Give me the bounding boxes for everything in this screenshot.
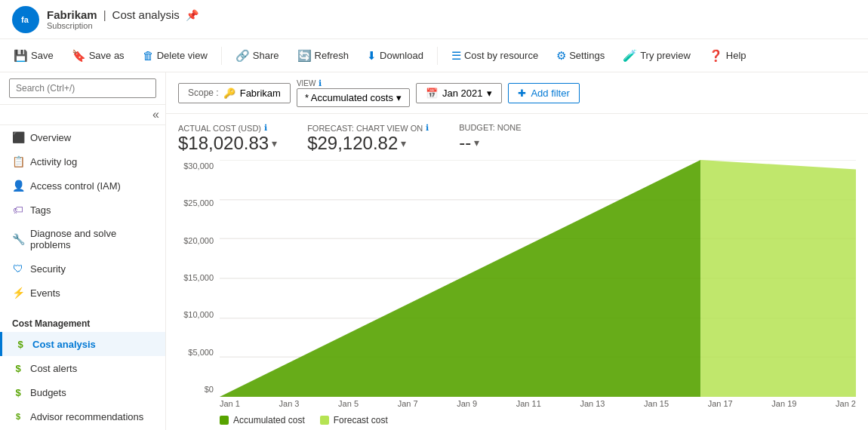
share-icon: 🔗: [235, 49, 250, 63]
download-icon: ⬇: [367, 49, 377, 63]
sidebar-item-label: Cost alerts: [30, 363, 77, 374]
add-filter-icon: ✚: [518, 88, 526, 99]
save-icon: 💾: [14, 49, 28, 63]
header-company: Fabrikam: [47, 8, 97, 21]
chart-svg-container: [220, 160, 856, 397]
sidebar-item-access-control[interactable]: 👤 Access control (IAM): [0, 174, 165, 198]
y-axis-labels: $30,000 $25,000 $20,000 $15,000 $10,000 …: [178, 160, 220, 397]
chart-svg: [220, 160, 856, 397]
actual-cost-caret: ▾: [272, 137, 277, 149]
add-filter-button[interactable]: ✚ Add filter: [508, 83, 579, 103]
events-icon: ⚡: [12, 287, 24, 299]
header-separator: |: [103, 8, 106, 21]
forecast-caret: ▾: [401, 137, 406, 149]
cost-by-resource-button[interactable]: ☰ Cost by resource: [444, 45, 546, 66]
budgets-icon: $: [12, 386, 24, 398]
help-icon: ❓: [709, 49, 723, 63]
chart-legend: Accumulated cost Forecast cost: [220, 410, 856, 430]
search-input[interactable]: [9, 78, 156, 98]
sidebar-item-overview[interactable]: ⬛ Overview: [0, 125, 165, 149]
actual-cost-item: ACTUAL COST (USD) ℹ $18,020.83 ▾: [178, 123, 277, 154]
scope-label: Scope :: [188, 88, 219, 98]
sidebar-item-tags[interactable]: 🏷 Tags: [0, 198, 165, 222]
list-icon: ☰: [451, 49, 461, 63]
scope-value: Fabrikam: [240, 88, 281, 99]
preview-icon: 🧪: [623, 49, 637, 63]
collapse-icon[interactable]: «: [152, 108, 159, 121]
add-filter-label: Add filter: [531, 88, 569, 99]
sidebar-search-container: [0, 72, 165, 105]
header: fa Fabrikam | Cost analysis 📌 Subscripti…: [0, 0, 868, 39]
diagnose-icon: 🔧: [12, 233, 24, 245]
view-label-text: VIEW: [297, 79, 316, 88]
share-button[interactable]: 🔗 Share: [228, 45, 287, 66]
sidebar-item-events[interactable]: ⚡ Events: [0, 281, 165, 305]
header-subtitle: Subscription: [47, 21, 199, 30]
forecast-cost-item: FORECAST: CHART VIEW ON ℹ $29,120.82 ▾: [307, 123, 429, 154]
save-button[interactable]: 💾 Save: [6, 45, 61, 66]
calendar-icon: 📅: [426, 88, 438, 99]
sidebar-item-label: Cost analysis: [32, 339, 96, 350]
actual-cost-label: ACTUAL COST (USD): [178, 124, 261, 133]
activity-log-icon: 📋: [12, 155, 24, 167]
legend-accumulated-label: Accumulated cost: [233, 415, 305, 425]
x-axis-labels: Jan 1 Jan 3 Jan 5 Jan 7 Jan 9 Jan 11 Jan…: [220, 397, 856, 410]
refresh-button[interactable]: 🔄 Refresh: [290, 45, 357, 66]
sidebar-item-cost-analysis[interactable]: $ Cost analysis: [0, 332, 165, 356]
settings-button[interactable]: ⚙ Settings: [549, 45, 612, 66]
svg-marker-10: [700, 160, 856, 397]
content-toolbar: Scope : 🔑 Fabrikam VIEW ℹ * Accumulated …: [166, 72, 868, 114]
sidebar-item-label: Security: [30, 263, 66, 275]
settings-icon: ⚙: [556, 49, 566, 63]
try-preview-button[interactable]: 🧪 Try preview: [615, 45, 698, 66]
forecast-label: FORECAST: CHART VIEW ON: [307, 124, 423, 133]
budget-label: BUDGET: NONE: [459, 123, 522, 132]
header-title: Fabrikam | Cost analysis 📌 Subscription: [47, 8, 199, 30]
sidebar-item-label: Diagnose and solve problems: [30, 228, 153, 250]
cost-analysis-icon: $: [14, 338, 26, 350]
actual-cost-info-icon: ℹ: [264, 123, 267, 133]
toolbar-separator-2: [437, 47, 438, 65]
view-section: VIEW ℹ * Accumulated costs ▾: [297, 78, 410, 107]
cost-summary: ACTUAL COST (USD) ℹ $18,020.83 ▾ FORECAS…: [166, 114, 868, 160]
date-chevron-icon: ▾: [487, 88, 492, 99]
accumulated-color-dot: [220, 416, 229, 425]
sidebar-item-security[interactable]: 🛡 Security: [0, 256, 165, 281]
pin-icon[interactable]: 📌: [186, 9, 199, 21]
actual-cost-value: $18,020.83: [178, 133, 269, 154]
advisor-icon: $: [12, 410, 24, 422]
sidebar-item-cost-alerts[interactable]: $ Cost alerts: [0, 356, 165, 380]
save-as-button[interactable]: 🔖 Save as: [64, 45, 132, 66]
sidebar-item-label: Budgets: [30, 387, 66, 398]
toolbar: 💾 Save 🔖 Save as 🗑 Delete view 🔗 Share 🔄…: [0, 39, 868, 72]
sidebar-item-advisor[interactable]: $ Advisor recommendations: [0, 404, 165, 428]
toolbar-separator: [221, 47, 222, 65]
delete-icon: 🗑: [143, 49, 154, 62]
refresh-icon: 🔄: [297, 49, 312, 63]
sidebar-item-label: Advisor recommendations: [30, 411, 143, 422]
legend-forecast: Forecast cost: [320, 415, 388, 425]
legend-accumulated: Accumulated cost: [220, 415, 305, 425]
forecast-info-icon: ℹ: [426, 123, 429, 133]
header-page: Cost analysis: [112, 8, 180, 21]
date-button[interactable]: 📅 Jan 2021 ▾: [416, 83, 503, 103]
forecast-color-dot: [320, 416, 329, 425]
sidebar-item-budgets[interactable]: $ Budgets: [0, 380, 165, 404]
download-button[interactable]: ⬇ Download: [359, 45, 431, 66]
chart-container: $30,000 $25,000 $20,000 $15,000 $10,000 …: [166, 160, 868, 430]
budget-value: --: [459, 132, 471, 153]
sidebar-item-diagnose[interactable]: 🔧 Diagnose and solve problems: [0, 222, 165, 256]
view-button[interactable]: * Accumulated costs ▾: [297, 88, 410, 107]
sidebar-item-activity-log[interactable]: 📋 Activity log: [0, 149, 165, 174]
delete-view-button[interactable]: 🗑 Delete view: [135, 45, 215, 66]
sidebar-item-label: Events: [30, 287, 60, 299]
scope-button[interactable]: Scope : 🔑 Fabrikam: [178, 83, 291, 103]
sidebar-item-label: Access control (IAM): [30, 180, 121, 192]
cost-alerts-icon: $: [12, 362, 24, 374]
sidebar-item-label: Tags: [30, 204, 51, 216]
sidebar: « ⬛ Overview 📋 Activity log 👤 Access con…: [0, 72, 166, 430]
access-control-icon: 👤: [12, 180, 24, 192]
help-button[interactable]: ❓ Help: [701, 45, 754, 66]
view-value: * Accumulated costs: [305, 92, 393, 103]
view-info-icon: ℹ: [319, 78, 322, 88]
